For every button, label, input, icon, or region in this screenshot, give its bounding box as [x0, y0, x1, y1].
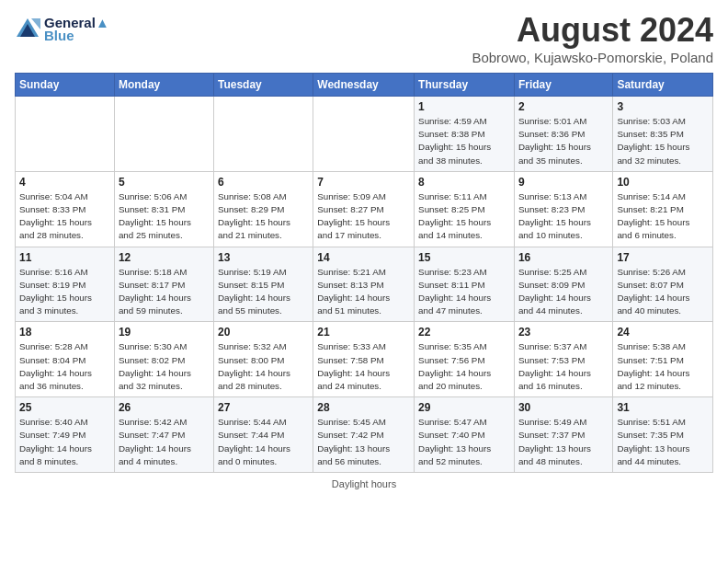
day-info: Sunrise: 5:33 AM Sunset: 7:58 PM Dayligh… — [317, 340, 410, 393]
day-header-monday: Monday — [114, 74, 213, 97]
calendar-week-row: 18Sunrise: 5:28 AM Sunset: 8:04 PM Dayli… — [16, 322, 713, 397]
day-number: 26 — [119, 401, 210, 414]
day-header-thursday: Thursday — [415, 74, 515, 97]
day-number: 8 — [418, 176, 510, 189]
calendar-cell: 9Sunrise: 5:13 AM Sunset: 8:23 PM Daylig… — [514, 171, 612, 247]
subtitle: Bobrowo, Kujawsko-Pomorskie, Poland — [472, 50, 713, 65]
logo: General▲ Blue — [15, 15, 109, 43]
calendar-cell — [16, 97, 115, 172]
day-info: Sunrise: 5:51 AM Sunset: 7:35 PM Dayligh… — [617, 416, 709, 468]
day-number: 25 — [19, 401, 110, 414]
page: General▲ Blue August 2024 Bobrowo, Kujaw… — [0, 0, 728, 500]
calendar-header-row: SundayMondayTuesdayWednesdayThursdayFrid… — [16, 74, 713, 97]
day-number: 11 — [19, 251, 110, 264]
calendar-week-row: 25Sunrise: 5:40 AM Sunset: 7:49 PM Dayli… — [16, 397, 713, 473]
day-number: 2 — [518, 100, 609, 113]
day-info: Sunrise: 5:19 AM Sunset: 8:15 PM Dayligh… — [218, 266, 309, 318]
day-number: 4 — [19, 176, 110, 189]
calendar-cell: 13Sunrise: 5:19 AM Sunset: 8:15 PM Dayli… — [213, 247, 313, 322]
day-info: Sunrise: 5:04 AM Sunset: 8:33 PM Dayligh… — [19, 190, 110, 243]
day-number: 16 — [518, 251, 609, 264]
day-header-friday: Friday — [514, 74, 612, 97]
day-number: 30 — [518, 401, 609, 414]
calendar-cell: 11Sunrise: 5:16 AM Sunset: 8:19 PM Dayli… — [16, 247, 115, 322]
day-number: 23 — [518, 326, 609, 339]
day-info: Sunrise: 5:14 AM Sunset: 8:21 PM Dayligh… — [617, 190, 709, 243]
day-number: 6 — [218, 176, 309, 189]
day-info: Sunrise: 5:06 AM Sunset: 8:31 PM Dayligh… — [119, 190, 210, 243]
calendar-week-row: 4Sunrise: 5:04 AM Sunset: 8:33 PM Daylig… — [16, 171, 713, 247]
day-header-sunday: Sunday — [16, 74, 115, 97]
day-number: 10 — [617, 176, 709, 189]
day-number: 9 — [518, 176, 609, 189]
footer-text: Daylight hours — [332, 478, 396, 489]
day-info: Sunrise: 5:47 AM Sunset: 7:40 PM Dayligh… — [418, 416, 510, 468]
day-info: Sunrise: 5:13 AM Sunset: 8:23 PM Dayligh… — [518, 190, 609, 243]
day-number: 31 — [617, 401, 709, 414]
main-title: August 2024 — [472, 11, 713, 50]
day-info: Sunrise: 5:03 AM Sunset: 8:35 PM Dayligh… — [617, 115, 709, 167]
day-info: Sunrise: 5:35 AM Sunset: 7:56 PM Dayligh… — [418, 340, 510, 393]
title-area: August 2024 Bobrowo, Kujawsko-Pomorskie,… — [472, 11, 713, 65]
calendar-cell: 27Sunrise: 5:44 AM Sunset: 7:44 PM Dayli… — [213, 397, 313, 473]
day-number: 5 — [119, 176, 210, 189]
calendar-cell: 14Sunrise: 5:21 AM Sunset: 8:13 PM Dayli… — [313, 247, 415, 322]
calendar-cell: 25Sunrise: 5:40 AM Sunset: 7:49 PM Dayli… — [16, 397, 115, 473]
calendar-table: SundayMondayTuesdayWednesdayThursdayFrid… — [15, 73, 713, 473]
day-info: Sunrise: 5:30 AM Sunset: 8:02 PM Dayligh… — [119, 340, 210, 393]
day-number: 28 — [317, 401, 410, 414]
day-info: Sunrise: 5:44 AM Sunset: 7:44 PM Dayligh… — [218, 416, 309, 468]
day-number: 17 — [617, 251, 709, 264]
logo-text: General▲ Blue — [44, 15, 109, 43]
calendar-cell: 22Sunrise: 5:35 AM Sunset: 7:56 PM Dayli… — [415, 322, 515, 397]
calendar-cell: 12Sunrise: 5:18 AM Sunset: 8:17 PM Dayli… — [114, 247, 213, 322]
day-header-wednesday: Wednesday — [313, 74, 415, 97]
day-info: Sunrise: 4:59 AM Sunset: 8:38 PM Dayligh… — [418, 115, 510, 167]
calendar-cell: 18Sunrise: 5:28 AM Sunset: 8:04 PM Dayli… — [16, 322, 115, 397]
day-number: 20 — [218, 326, 309, 339]
day-number: 14 — [317, 251, 410, 264]
day-number: 13 — [218, 251, 309, 264]
logo-icon — [15, 17, 40, 42]
day-number: 27 — [218, 401, 309, 414]
day-info: Sunrise: 5:01 AM Sunset: 8:36 PM Dayligh… — [518, 115, 609, 167]
day-info: Sunrise: 5:11 AM Sunset: 8:25 PM Dayligh… — [418, 190, 510, 243]
day-info: Sunrise: 5:28 AM Sunset: 8:04 PM Dayligh… — [19, 340, 110, 393]
calendar-cell: 5Sunrise: 5:06 AM Sunset: 8:31 PM Daylig… — [114, 171, 213, 247]
day-header-saturday: Saturday — [613, 74, 713, 97]
day-number: 1 — [418, 100, 510, 113]
calendar-cell: 6Sunrise: 5:08 AM Sunset: 8:29 PM Daylig… — [213, 171, 313, 247]
calendar-cell: 19Sunrise: 5:30 AM Sunset: 8:02 PM Dayli… — [114, 322, 213, 397]
day-info: Sunrise: 5:42 AM Sunset: 7:47 PM Dayligh… — [119, 416, 210, 468]
calendar-cell: 15Sunrise: 5:23 AM Sunset: 8:11 PM Dayli… — [415, 247, 515, 322]
day-number: 15 — [418, 251, 510, 264]
calendar-cell — [313, 97, 415, 172]
day-number: 29 — [418, 401, 510, 414]
footer: Daylight hours — [15, 478, 713, 489]
calendar-cell: 29Sunrise: 5:47 AM Sunset: 7:40 PM Dayli… — [415, 397, 515, 473]
day-info: Sunrise: 5:25 AM Sunset: 8:09 PM Dayligh… — [518, 266, 609, 318]
calendar-cell: 1Sunrise: 4:59 AM Sunset: 8:38 PM Daylig… — [415, 97, 515, 172]
calendar-week-row: 1Sunrise: 4:59 AM Sunset: 8:38 PM Daylig… — [16, 97, 713, 172]
calendar-cell: 2Sunrise: 5:01 AM Sunset: 8:36 PM Daylig… — [514, 97, 612, 172]
calendar-cell: 16Sunrise: 5:25 AM Sunset: 8:09 PM Dayli… — [514, 247, 612, 322]
calendar-cell: 21Sunrise: 5:33 AM Sunset: 7:58 PM Dayli… — [313, 322, 415, 397]
day-info: Sunrise: 5:09 AM Sunset: 8:27 PM Dayligh… — [317, 190, 410, 243]
calendar-cell: 10Sunrise: 5:14 AM Sunset: 8:21 PM Dayli… — [613, 171, 713, 247]
calendar-cell: 26Sunrise: 5:42 AM Sunset: 7:47 PM Dayli… — [114, 397, 213, 473]
calendar-cell — [213, 97, 313, 172]
day-header-tuesday: Tuesday — [213, 74, 313, 97]
calendar-cell: 8Sunrise: 5:11 AM Sunset: 8:25 PM Daylig… — [415, 171, 515, 247]
day-info: Sunrise: 5:37 AM Sunset: 7:53 PM Dayligh… — [518, 340, 609, 393]
day-number: 22 — [418, 326, 510, 339]
day-number: 21 — [317, 326, 410, 339]
day-info: Sunrise: 5:26 AM Sunset: 8:07 PM Dayligh… — [617, 266, 709, 318]
calendar-cell: 23Sunrise: 5:37 AM Sunset: 7:53 PM Dayli… — [514, 322, 612, 397]
calendar-cell: 30Sunrise: 5:49 AM Sunset: 7:37 PM Dayli… — [514, 397, 612, 473]
day-info: Sunrise: 5:38 AM Sunset: 7:51 PM Dayligh… — [617, 340, 709, 393]
day-number: 18 — [19, 326, 110, 339]
header-area: General▲ Blue August 2024 Bobrowo, Kujaw… — [15, 11, 713, 65]
calendar-cell: 28Sunrise: 5:45 AM Sunset: 7:42 PM Dayli… — [313, 397, 415, 473]
calendar-cell: 7Sunrise: 5:09 AM Sunset: 8:27 PM Daylig… — [313, 171, 415, 247]
calendar-cell: 3Sunrise: 5:03 AM Sunset: 8:35 PM Daylig… — [613, 97, 713, 172]
